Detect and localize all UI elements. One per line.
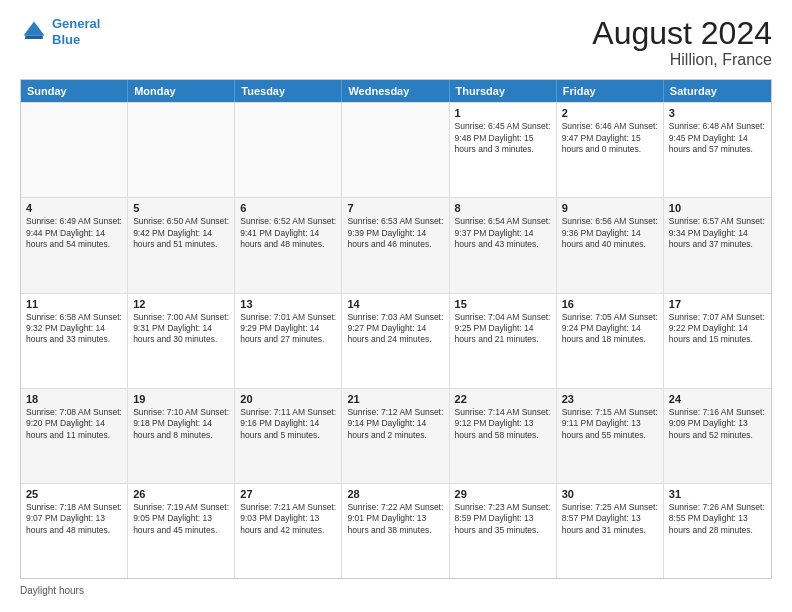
calendar-cell-w5-d3: 27Sunrise: 7:21 AM Sunset: 9:03 PM Dayli… [235, 484, 342, 578]
day-number: 10 [669, 202, 766, 214]
day-number: 18 [26, 393, 122, 405]
day-info: Sunrise: 6:58 AM Sunset: 9:32 PM Dayligh… [26, 312, 122, 346]
day-number: 9 [562, 202, 658, 214]
calendar-week-3: 11Sunrise: 6:58 AM Sunset: 9:32 PM Dayli… [21, 293, 771, 388]
day-info: Sunrise: 7:01 AM Sunset: 9:29 PM Dayligh… [240, 312, 336, 346]
calendar-cell-w1-d3 [235, 103, 342, 197]
calendar-cell-w5-d6: 30Sunrise: 7:25 AM Sunset: 8:57 PM Dayli… [557, 484, 664, 578]
calendar-cell-w2-d2: 5Sunrise: 6:50 AM Sunset: 9:42 PM Daylig… [128, 198, 235, 292]
svg-marker-0 [24, 21, 45, 35]
calendar-cell-w1-d1 [21, 103, 128, 197]
calendar-week-1: 1Sunrise: 6:45 AM Sunset: 9:48 PM Daylig… [21, 102, 771, 197]
day-number: 24 [669, 393, 766, 405]
calendar-cell-w5-d7: 31Sunrise: 7:26 AM Sunset: 8:55 PM Dayli… [664, 484, 771, 578]
calendar-cell-w4-d7: 24Sunrise: 7:16 AM Sunset: 9:09 PM Dayli… [664, 389, 771, 483]
day-info: Sunrise: 7:10 AM Sunset: 9:18 PM Dayligh… [133, 407, 229, 441]
day-info: Sunrise: 6:50 AM Sunset: 9:42 PM Dayligh… [133, 216, 229, 250]
calendar-cell-w5-d1: 25Sunrise: 7:18 AM Sunset: 9:07 PM Dayli… [21, 484, 128, 578]
day-number: 4 [26, 202, 122, 214]
logo: General Blue [20, 16, 100, 47]
calendar-cell-w2-d7: 10Sunrise: 6:57 AM Sunset: 9:34 PM Dayli… [664, 198, 771, 292]
day-number: 29 [455, 488, 551, 500]
day-info: Sunrise: 7:16 AM Sunset: 9:09 PM Dayligh… [669, 407, 766, 441]
calendar-cell-w3-d1: 11Sunrise: 6:58 AM Sunset: 9:32 PM Dayli… [21, 294, 128, 388]
day-number: 12 [133, 298, 229, 310]
calendar-cell-w5-d5: 29Sunrise: 7:23 AM Sunset: 8:59 PM Dayli… [450, 484, 557, 578]
day-info: Sunrise: 6:49 AM Sunset: 9:44 PM Dayligh… [26, 216, 122, 250]
day-info: Sunrise: 7:00 AM Sunset: 9:31 PM Dayligh… [133, 312, 229, 346]
day-info: Sunrise: 6:57 AM Sunset: 9:34 PM Dayligh… [669, 216, 766, 250]
calendar-cell-w5-d2: 26Sunrise: 7:19 AM Sunset: 9:05 PM Dayli… [128, 484, 235, 578]
calendar-cell-w2-d5: 8Sunrise: 6:54 AM Sunset: 9:37 PM Daylig… [450, 198, 557, 292]
calendar-cell-w3-d4: 14Sunrise: 7:03 AM Sunset: 9:27 PM Dayli… [342, 294, 449, 388]
header-saturday: Saturday [664, 80, 771, 102]
day-info: Sunrise: 6:45 AM Sunset: 9:48 PM Dayligh… [455, 121, 551, 155]
day-number: 14 [347, 298, 443, 310]
calendar-cell-w2-d1: 4Sunrise: 6:49 AM Sunset: 9:44 PM Daylig… [21, 198, 128, 292]
calendar-cell-w4-d2: 19Sunrise: 7:10 AM Sunset: 9:18 PM Dayli… [128, 389, 235, 483]
day-info: Sunrise: 7:23 AM Sunset: 8:59 PM Dayligh… [455, 502, 551, 536]
calendar-cell-w3-d5: 15Sunrise: 7:04 AM Sunset: 9:25 PM Dayli… [450, 294, 557, 388]
calendar-cell-w1-d4 [342, 103, 449, 197]
calendar-cell-w2-d3: 6Sunrise: 6:52 AM Sunset: 9:41 PM Daylig… [235, 198, 342, 292]
day-info: Sunrise: 7:15 AM Sunset: 9:11 PM Dayligh… [562, 407, 658, 441]
day-number: 28 [347, 488, 443, 500]
day-number: 6 [240, 202, 336, 214]
calendar-cell-w3-d3: 13Sunrise: 7:01 AM Sunset: 9:29 PM Dayli… [235, 294, 342, 388]
day-number: 30 [562, 488, 658, 500]
calendar-cell-w1-d2 [128, 103, 235, 197]
calendar-week-5: 25Sunrise: 7:18 AM Sunset: 9:07 PM Dayli… [21, 483, 771, 578]
logo-icon [20, 18, 48, 46]
day-number: 20 [240, 393, 336, 405]
day-number: 7 [347, 202, 443, 214]
day-number: 8 [455, 202, 551, 214]
day-number: 1 [455, 107, 551, 119]
calendar-cell-w4-d3: 20Sunrise: 7:11 AM Sunset: 9:16 PM Dayli… [235, 389, 342, 483]
page-title: August 2024 [592, 16, 772, 51]
calendar-header: Sunday Monday Tuesday Wednesday Thursday… [21, 80, 771, 102]
day-number: 15 [455, 298, 551, 310]
day-number: 2 [562, 107, 658, 119]
day-info: Sunrise: 7:05 AM Sunset: 9:24 PM Dayligh… [562, 312, 658, 346]
calendar-cell-w1-d5: 1Sunrise: 6:45 AM Sunset: 9:48 PM Daylig… [450, 103, 557, 197]
header-friday: Friday [557, 80, 664, 102]
day-info: Sunrise: 6:52 AM Sunset: 9:41 PM Dayligh… [240, 216, 336, 250]
footer: Daylight hours [20, 585, 772, 596]
day-info: Sunrise: 6:56 AM Sunset: 9:36 PM Dayligh… [562, 216, 658, 250]
day-number: 16 [562, 298, 658, 310]
calendar-body: 1Sunrise: 6:45 AM Sunset: 9:48 PM Daylig… [21, 102, 771, 578]
day-number: 3 [669, 107, 766, 119]
day-number: 5 [133, 202, 229, 214]
calendar-cell-w5-d4: 28Sunrise: 7:22 AM Sunset: 9:01 PM Dayli… [342, 484, 449, 578]
day-info: Sunrise: 6:46 AM Sunset: 9:47 PM Dayligh… [562, 121, 658, 155]
day-number: 27 [240, 488, 336, 500]
title-block: August 2024 Hillion, France [592, 16, 772, 69]
day-info: Sunrise: 7:04 AM Sunset: 9:25 PM Dayligh… [455, 312, 551, 346]
calendar: Sunday Monday Tuesday Wednesday Thursday… [20, 79, 772, 579]
day-info: Sunrise: 6:54 AM Sunset: 9:37 PM Dayligh… [455, 216, 551, 250]
header-thursday: Thursday [450, 80, 557, 102]
calendar-cell-w4-d5: 22Sunrise: 7:14 AM Sunset: 9:12 PM Dayli… [450, 389, 557, 483]
day-number: 26 [133, 488, 229, 500]
header-sunday: Sunday [21, 80, 128, 102]
day-info: Sunrise: 7:18 AM Sunset: 9:07 PM Dayligh… [26, 502, 122, 536]
header: General Blue August 2024 Hillion, France [20, 16, 772, 69]
header-monday: Monday [128, 80, 235, 102]
day-info: Sunrise: 7:11 AM Sunset: 9:16 PM Dayligh… [240, 407, 336, 441]
day-number: 21 [347, 393, 443, 405]
day-info: Sunrise: 7:25 AM Sunset: 8:57 PM Dayligh… [562, 502, 658, 536]
calendar-cell-w1-d6: 2Sunrise: 6:46 AM Sunset: 9:47 PM Daylig… [557, 103, 664, 197]
day-number: 23 [562, 393, 658, 405]
day-info: Sunrise: 7:22 AM Sunset: 9:01 PM Dayligh… [347, 502, 443, 536]
calendar-cell-w4-d6: 23Sunrise: 7:15 AM Sunset: 9:11 PM Dayli… [557, 389, 664, 483]
day-info: Sunrise: 7:03 AM Sunset: 9:27 PM Dayligh… [347, 312, 443, 346]
logo-text: General Blue [52, 16, 100, 47]
header-wednesday: Wednesday [342, 80, 449, 102]
calendar-cell-w2-d4: 7Sunrise: 6:53 AM Sunset: 9:39 PM Daylig… [342, 198, 449, 292]
calendar-week-2: 4Sunrise: 6:49 AM Sunset: 9:44 PM Daylig… [21, 197, 771, 292]
day-info: Sunrise: 6:48 AM Sunset: 9:45 PM Dayligh… [669, 121, 766, 155]
calendar-cell-w4-d1: 18Sunrise: 7:08 AM Sunset: 9:20 PM Dayli… [21, 389, 128, 483]
calendar-cell-w4-d4: 21Sunrise: 7:12 AM Sunset: 9:14 PM Dayli… [342, 389, 449, 483]
day-info: Sunrise: 7:08 AM Sunset: 9:20 PM Dayligh… [26, 407, 122, 441]
page: General Blue August 2024 Hillion, France… [0, 0, 792, 612]
